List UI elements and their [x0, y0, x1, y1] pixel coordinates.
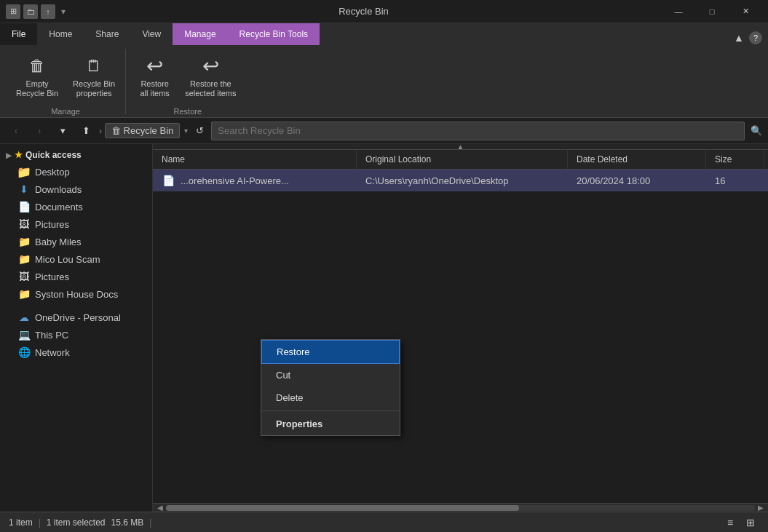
col-header-date[interactable]: Date Deleted [568, 150, 706, 169]
sidebar-item-documents[interactable]: 📄 Documents [0, 198, 152, 215]
address-dropdown[interactable]: ▾ [184, 127, 188, 135]
manage-group-label: Manage [51, 104, 80, 116]
scroll-left-button[interactable]: ◀ [154, 504, 166, 512]
details-view-button[interactable]: ≡ [721, 514, 739, 531]
tab-recycle-bin-tools[interactable]: Recycle Bin Tools [228, 23, 320, 45]
file-name-text: ...orehensive AI-Powere... [181, 175, 289, 186]
pictures2-label: Pictures [35, 271, 69, 282]
ribbon-collapse-button[interactable]: ▲ [732, 31, 746, 45]
minimize-button[interactable]: — [662, 0, 695, 23]
quick-access-star-icon: ★ [15, 150, 23, 160]
pictures-icon: 🖼 [17, 218, 31, 231]
sidebar-item-this-pc[interactable]: 💻 This PC [0, 326, 152, 344]
context-menu-cut[interactable]: Cut [261, 364, 400, 386]
tab-manage[interactable]: Manage [173, 23, 227, 45]
sidebar-item-network[interactable]: 🌐 Network [0, 344, 152, 361]
sidebar-item-downloads[interactable]: ⬇ Downloads [0, 180, 152, 198]
pictures2-icon: 🖼 [17, 270, 31, 283]
maximize-button[interactable]: □ [695, 0, 729, 23]
restore-buttons: ↩ Restoreall items ↩ Restore theselected… [135, 52, 240, 101]
quick-access-label: Quick access [25, 150, 82, 160]
table-row[interactable]: 📄 ...orehensive AI-Powere... C:\Users\ry… [153, 170, 768, 191]
tab-share[interactable]: Share [84, 23, 130, 45]
quick-access-header[interactable]: ▶ ★ Quick access [0, 147, 152, 163]
context-menu-separator [261, 410, 400, 411]
title-bar: ⊞ 🗀 ↑ ▾ Recycle Bin — □ ✕ [0, 0, 768, 23]
quick-launch-icon-3[interactable]: ↑ [41, 4, 55, 19]
sidebar-item-onedrive[interactable]: ☁ OneDrive - Personal [0, 309, 152, 326]
search-icon[interactable]: 🔍 [751, 125, 762, 136]
syston-icon: 📁 [17, 287, 31, 301]
nav-forward-button[interactable]: › [29, 121, 50, 141]
file-list: ▲ Name Original Location Date Deleted Si… [153, 144, 768, 512]
quick-launch-icon-1[interactable]: ⊞ [6, 4, 20, 19]
pictures-label: Pictures [35, 219, 69, 230]
recycle-properties-icon: 🗒 [82, 55, 106, 78]
main-content: ▶ ★ Quick access 📁 Desktop ⬇ Downloads 📄… [0, 144, 768, 512]
search-input[interactable] [211, 122, 745, 140]
sidebar-item-baby-miles[interactable]: 📁 Baby Miles [0, 233, 152, 250]
context-menu-delete[interactable]: Delete [261, 386, 400, 409]
items-selected: 1 item selected [47, 517, 106, 528]
empty-recycle-bin-label: EmptyRecycle Bin [16, 79, 58, 98]
ribbon-content: 🗑 EmptyRecycle Bin 🗒 Recycle Binproperti… [0, 45, 768, 118]
restore-all-label: Restoreall items [140, 79, 169, 98]
status-bar: 1 item | 1 item selected 15.6 MB | ≡ ⊞ [0, 512, 768, 532]
ribbon-tabs: File Home Share View Manage Recycle Bin … [0, 23, 768, 45]
context-menu-properties[interactable]: Properties [261, 413, 400, 435]
ribbon-group-manage: 🗑 EmptyRecycle Bin 🗒 Recycle Binproperti… [6, 49, 126, 114]
documents-label: Documents [35, 202, 83, 213]
file-name-cell: 📄 ...orehensive AI-Powere... [153, 171, 357, 190]
manage-buttons: 🗑 EmptyRecycle Bin 🗒 Recycle Binproperti… [12, 52, 119, 101]
onedrive-icon: ☁ [17, 311, 31, 324]
sidebar-item-syston-house-docs[interactable]: 📁 Syston House Docs [0, 285, 152, 303]
ribbon-group-restore: ↩ Restoreall items ↩ Restore theselected… [129, 49, 246, 114]
mico-lou-icon: 📁 [17, 253, 31, 266]
sidebar-item-desktop[interactable]: 📁 Desktop [0, 163, 152, 180]
col-header-name[interactable]: Name [153, 150, 357, 169]
close-button[interactable]: ✕ [729, 0, 762, 23]
recycle-properties-label: Recycle Binproperties [73, 79, 115, 98]
context-menu-restore[interactable]: Restore [261, 340, 400, 364]
tab-view[interactable]: View [130, 23, 173, 45]
sidebar-item-pictures[interactable]: 🖼 Pictures [0, 215, 152, 233]
context-menu: Restore Cut Delete Properties [261, 339, 400, 436]
breadcrumb-separator: › [99, 126, 102, 136]
documents-icon: 📄 [17, 200, 31, 213]
onedrive-label: OneDrive - Personal [35, 312, 121, 323]
downloads-icon: ⬇ [17, 183, 31, 196]
nav-back-button[interactable]: ‹ [6, 121, 26, 141]
scroll-right-button[interactable]: ▶ [755, 504, 767, 512]
col-header-size[interactable]: Size [706, 150, 764, 169]
ribbon-help-button[interactable]: ? [749, 31, 762, 44]
scrollbar-thumb[interactable] [166, 505, 519, 511]
sort-indicator: ▲ [153, 144, 768, 150]
restore-group-label: Restore [174, 104, 202, 116]
tab-home[interactable]: Home [37, 23, 84, 45]
quick-access-toolbar: ⊞ 🗀 ↑ ▾ [6, 4, 66, 19]
large-icons-view-button[interactable]: ⊞ [742, 514, 759, 531]
empty-recycle-bin-button[interactable]: 🗑 EmptyRecycle Bin [12, 52, 63, 101]
sidebar-item-mico-lou-scam[interactable]: 📁 Mico Lou Scam [0, 250, 152, 268]
quick-launch-icon-2[interactable]: 🗀 [23, 4, 38, 19]
address-path[interactable]: 🗑 Recycle Bin [105, 123, 180, 138]
col-header-location[interactable]: Original Location [357, 150, 568, 169]
tab-file[interactable]: File [0, 23, 37, 45]
desktop-icon: 📁 [17, 165, 31, 178]
network-label: Network [35, 347, 70, 358]
ribbon-right-controls: ▲ ? [732, 31, 768, 45]
refresh-button[interactable]: ↺ [191, 122, 208, 140]
status-separator-2: | [149, 517, 151, 528]
restore-all-items-button[interactable]: ↩ Restoreall items [135, 52, 175, 101]
file-icon: 📄 [162, 174, 175, 187]
column-headers: Name Original Location Date Deleted Size [153, 150, 768, 170]
address-bar: ‹ › ▾ ⬆ › 🗑 Recycle Bin ▾ ↺ 🔍 [0, 118, 768, 144]
dropdown-arrow[interactable]: ▾ [61, 7, 66, 17]
nav-up-button[interactable]: ⬆ [76, 121, 96, 141]
nav-recent-button[interactable]: ▾ [52, 121, 73, 141]
restore-all-icon: ↩ [143, 55, 167, 78]
horizontal-scrollbar[interactable]: ◀ ▶ [153, 503, 768, 512]
recycle-bin-properties-button[interactable]: 🗒 Recycle Binproperties [68, 52, 119, 101]
sidebar-item-pictures-2[interactable]: 🖼 Pictures [0, 268, 152, 285]
restore-selected-items-button[interactable]: ↩ Restore theselected items [181, 52, 240, 101]
